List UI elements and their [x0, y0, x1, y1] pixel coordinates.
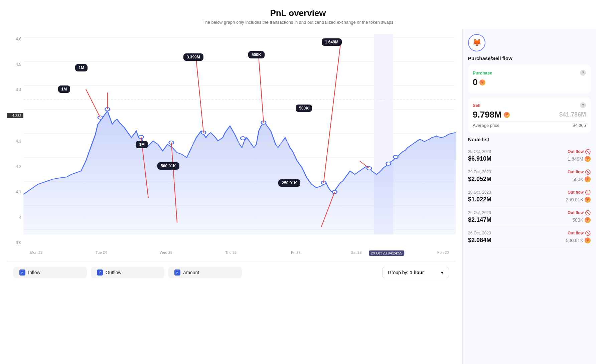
svg-line-26 — [259, 58, 264, 123]
node-price-0: $6.910M — [468, 155, 491, 162]
sell-value-usd: $41.786M — [559, 111, 586, 118]
node-token-icon-2: 🦊 — [585, 197, 591, 203]
sell-token-icon: 🦊 — [504, 112, 510, 118]
node-price-4: $2.084M — [468, 237, 491, 244]
x-label-thu26: Thu 26 — [225, 250, 237, 254]
x-label-tue24: Tue 24 — [96, 250, 107, 254]
purchase-value-row: 0 🦊 — [473, 77, 586, 87]
node-actions-3: Out flow 🚫 — [568, 210, 591, 215]
page-subtitle: The below graph only includes the transa… — [0, 20, 596, 25]
node-price-3: $2.147M — [468, 216, 491, 223]
purchase-token-icon: 🦊 — [479, 79, 485, 85]
avg-price-row: Average price $4.265 — [473, 121, 586, 128]
node-token-icon-4: 🦊 — [585, 237, 591, 243]
right-panel: 🦊 Purchase/Sell flow Purchase ? 0 🦊 Sell… — [462, 29, 596, 364]
legend-bar: ✓ Inflow ✓ Outflow ✓ Amount Group by: 1 … — [7, 261, 456, 284]
amount-label: Amount — [183, 270, 199, 275]
y-label-45: 4.5 — [7, 62, 23, 67]
purchase-label-row: Purchase ? — [473, 70, 586, 76]
node-actions-1: Out flow 🚫 — [568, 169, 591, 175]
sell-help-icon[interactable]: ? — [580, 102, 586, 108]
node-value-row-4: $2.084M 500.01K 🦊 — [468, 237, 591, 244]
node-amount-text-3: 500K — [572, 217, 583, 223]
y-label-44: 4.4 — [7, 87, 23, 92]
node-toggle-1[interactable]: 🚫 — [585, 169, 591, 175]
y-label-39: 3.9 — [7, 240, 23, 245]
node-flow-label-2: Out flow — [568, 190, 584, 195]
sell-section: Sell ? 9.798M 🦊 $41.786M Average price $… — [468, 98, 591, 133]
inflow-label: Inflow — [28, 270, 40, 275]
node-amount-1: 500K 🦊 — [572, 176, 591, 182]
legend-outflow[interactable]: ✓ Outflow — [91, 267, 164, 278]
chevron-down-icon: ▾ — [441, 270, 443, 275]
node-date-1: 29 Oct, 2023 Out flow 🚫 — [468, 169, 591, 175]
node-item-0: 29 Oct, 2023 Out flow 🚫 $6.910M 1.649M 🦊 — [468, 146, 591, 166]
outflow-checkbox[interactable]: ✓ — [97, 269, 103, 276]
y-label-40: 4 — [7, 215, 23, 220]
node-date-0: 29 Oct, 2023 Out flow 🚫 — [468, 149, 591, 154]
x-label-mon23: Mon 23 — [30, 250, 42, 254]
node-amount-4: 500.01K 🦊 — [566, 237, 591, 243]
sell-value-row: 9.798M 🦊 $41.786M — [473, 110, 586, 120]
group-by-select[interactable]: Group by: 1 hour ▾ — [382, 267, 449, 278]
svg-line-27 — [324, 45, 340, 183]
purchase-help-icon[interactable]: ? — [580, 70, 586, 76]
x-label-sat28: Sat 28 — [351, 250, 361, 254]
node-list-title: Node list — [468, 137, 591, 142]
x-label-wed25: Wed 25 — [160, 250, 172, 254]
group-by-label: Group by: 1 hour — [388, 270, 424, 275]
node-value-row-3: $2.147M 500K 🦊 — [468, 216, 591, 223]
svg-point-22 — [393, 155, 398, 159]
node-toggle-3[interactable]: 🚫 — [585, 210, 591, 215]
node-date-text-3: 26 Oct, 2023 — [468, 210, 491, 215]
node-toggle-2[interactable]: 🚫 — [585, 190, 591, 195]
main-content: 4.6 4.5 4.4 4.333 4.3 4.2 4.1 4 3.9 — [0, 29, 596, 364]
outflow-label: Outflow — [106, 270, 121, 275]
legend-amount[interactable]: ✓ Amount — [168, 267, 242, 278]
node-price-2: $1.022M — [468, 196, 491, 203]
node-amount-text-2: 250.01K — [566, 197, 583, 202]
svg-point-21 — [386, 162, 391, 165]
node-token-icon-0: 🦊 — [585, 156, 591, 162]
node-value-row-2: $1.022M 250.01K 🦊 — [468, 196, 591, 203]
node-price-1: $2.052M — [468, 176, 491, 183]
node-toggle-4[interactable]: 🚫 — [585, 230, 591, 236]
x-label-mon30: Mon 30 — [437, 250, 449, 254]
node-item-1: 29 Oct, 2023 Out flow 🚫 $2.052M 500K 🦊 — [468, 166, 591, 186]
node-value-row-1: $2.052M 500K 🦊 — [468, 176, 591, 183]
purchase-value: 0 — [473, 77, 477, 87]
page-header: PnL overview The below graph only includ… — [0, 0, 596, 29]
legend-inflow[interactable]: ✓ Inflow — [13, 267, 87, 278]
node-date-2: 28 Oct, 2023 Out flow 🚫 — [468, 190, 591, 195]
sell-label: Sell — [473, 103, 480, 108]
x-axis: Mon 23 Tue 24 Wed 25 Thu 26 Fri 27 Sat 2… — [23, 248, 456, 261]
node-amount-text-1: 500K — [572, 177, 583, 182]
node-date-text-0: 29 Oct, 2023 — [468, 149, 491, 154]
sell-label-row: Sell ? — [473, 102, 586, 108]
node-flow-label-0: Out flow — [568, 149, 584, 154]
node-amount-0: 1.649M 🦊 — [568, 156, 591, 162]
node-actions-2: Out flow 🚫 — [568, 190, 591, 195]
amount-checkbox[interactable]: ✓ — [174, 269, 180, 276]
node-date-text-1: 29 Oct, 2023 — [468, 170, 491, 174]
node-actions-4: Out flow 🚫 — [568, 230, 591, 236]
node-token-icon-1: 🦊 — [585, 176, 591, 182]
y-axis: 4.6 4.5 4.4 4.333 4.3 4.2 4.1 4 3.9 — [7, 34, 23, 248]
chart-container: 4.6 4.5 4.4 4.333 4.3 4.2 4.1 4 3.9 — [7, 34, 456, 261]
node-date-4: 26 Oct, 2023 Out flow 🚫 — [468, 230, 591, 236]
node-token-icon-3: 🦊 — [585, 217, 591, 223]
svg-line-23 — [86, 89, 100, 118]
node-date-3: 26 Oct, 2023 Out flow 🚫 — [468, 210, 591, 215]
x-label-oct29: 29 Oct 23 04:24:55 — [369, 250, 404, 256]
node-date-text-2: 28 Oct, 2023 — [468, 190, 491, 195]
node-toggle-0[interactable]: 🚫 — [585, 149, 591, 154]
node-flow-label-1: Out flow — [568, 170, 584, 174]
node-amount-3: 500K 🦊 — [572, 217, 591, 223]
avg-price-label: Average price — [473, 123, 499, 128]
inflow-checkbox[interactable]: ✓ — [19, 269, 25, 276]
purchase-section: Purchase ? 0 🦊 — [468, 65, 591, 94]
node-flow-label-4: Out flow — [568, 231, 584, 235]
node-amount-text-4: 500.01K — [566, 238, 583, 243]
y-label-46: 4.6 — [7, 37, 23, 41]
purchase-sell-title: Purchase/Sell flow — [468, 55, 591, 61]
